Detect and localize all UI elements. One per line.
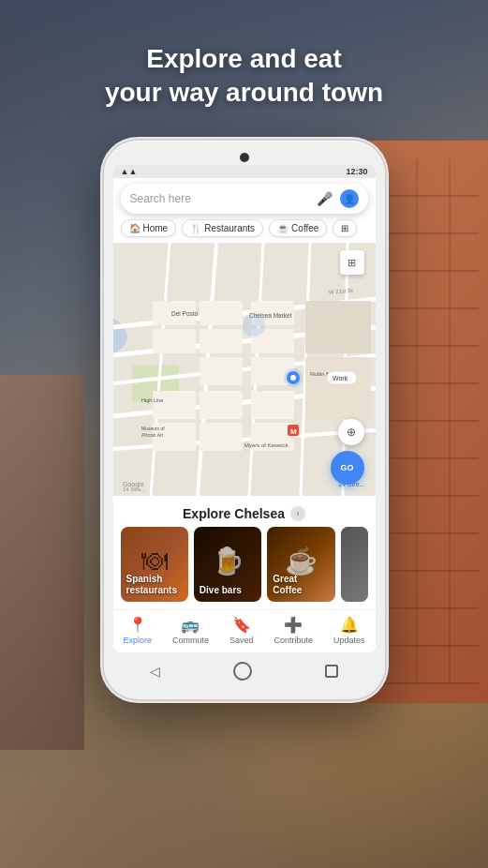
svg-point-40 — [243, 314, 265, 337]
status-time: 12:30 — [346, 167, 367, 176]
nav-commute[interactable]: 🚌 Commute — [172, 616, 209, 645]
headline-line2: your way around town — [105, 78, 383, 107]
svg-rect-27 — [251, 391, 294, 419]
nav-bar: 📍 Explore 🚌 Commute 🔖 Saved ➕ Contribute — [113, 609, 376, 652]
phone-top — [113, 154, 376, 165]
card-bars-label: Dive bars — [200, 585, 242, 596]
category-cards: Spanishrestaurants Dive bars GreatCoffee — [113, 527, 376, 609]
svg-rect-20 — [200, 329, 243, 353]
nav-explore[interactable]: 📍 Explore — [123, 616, 152, 645]
card-extra-bg — [341, 527, 368, 602]
phone-camera — [240, 153, 249, 162]
updates-icon: 🔔 — [340, 616, 359, 634]
explore-title: Explore Chelsea — [183, 506, 285, 521]
home-button[interactable] — [233, 662, 252, 681]
svg-rect-23 — [200, 357, 243, 385]
svg-text:Work: Work — [333, 375, 348, 382]
svg-rect-29 — [200, 423, 243, 451]
status-signal: ▲▲ — [121, 167, 138, 176]
nav-updates[interactable]: 🔔 Updates — [333, 616, 365, 645]
card-bars[interactable]: Dive bars — [194, 527, 261, 602]
phone-screen: ▲▲ 12:30 Search here 🎤 👤 🏠 Home 🍴 — [113, 165, 376, 652]
nav-saved[interactable]: 🔖 Saved — [229, 616, 254, 645]
svg-rect-25 — [153, 391, 196, 419]
svg-text:Google: Google — [123, 481, 144, 488]
card-spanish[interactable]: Spanishrestaurants — [121, 527, 188, 602]
svg-rect-32 — [305, 357, 371, 419]
bg-building-left — [0, 375, 84, 750]
nav-contribute[interactable]: ➕ Contribute — [274, 616, 313, 645]
svg-text:High Line: High Line — [141, 397, 163, 403]
chip-more[interactable]: ⊞ — [333, 219, 357, 237]
svg-text:Myers of Keswick: Myers of Keswick — [244, 442, 289, 448]
svg-rect-19 — [153, 329, 196, 353]
chip-coffee[interactable]: ☕ Coffee — [269, 219, 327, 237]
chip-restaurants[interactable]: 🍴 Restaurants — [182, 219, 263, 237]
location-button[interactable]: ⊕ — [338, 419, 364, 445]
account-icon[interactable]: 👤 — [340, 189, 359, 208]
explore-arrow[interactable]: › — [290, 506, 305, 521]
contribute-icon: ➕ — [284, 616, 303, 634]
svg-text:Del Posto: Del Posto — [171, 310, 199, 317]
saved-icon: 🔖 — [232, 616, 251, 634]
phone-wrapper: ▲▲ 12:30 Search here 🎤 👤 🏠 Home 🍴 — [104, 141, 385, 699]
phone-bottom: ◁ — [113, 652, 376, 686]
search-placeholder: Search here — [130, 192, 309, 205]
card-coffee-label: GreatCoffee — [273, 574, 302, 596]
explore-icon: 📍 — [128, 616, 147, 634]
headline: Explore and eat your way around town — [0, 42, 488, 111]
svg-text:African Art: African Art — [141, 432, 164, 438]
svg-rect-26 — [200, 391, 243, 419]
nav-commute-label: Commute — [172, 636, 209, 645]
headline-line1: Explore and eat — [146, 44, 342, 73]
nav-contribute-label: Contribute — [274, 636, 313, 645]
filter-chips: 🏠 Home 🍴 Restaurants ☕ Coffee ⊞ — [113, 219, 376, 243]
go-button[interactable]: GO — [331, 451, 364, 485]
map-area[interactable]: W 21st St W 20th St W 19th St W 18th St … — [113, 243, 376, 496]
nav-explore-label: Explore — [123, 636, 152, 645]
explore-header[interactable]: Explore Chelsea › — [113, 499, 376, 527]
bottom-panel: Explore Chelsea › Spanishrestaurants Div… — [113, 499, 376, 652]
commute-icon: 🚌 — [181, 616, 200, 634]
nav-saved-label: Saved — [229, 636, 254, 645]
status-bar: ▲▲ 12:30 — [113, 165, 376, 178]
card-spanish-label: Spanishrestaurants — [126, 574, 177, 596]
mic-icon[interactable]: 🎤 — [317, 191, 333, 206]
card-coffee[interactable]: GreatCoffee — [267, 527, 334, 602]
svg-text:Museum of: Museum of — [141, 426, 165, 431]
svg-rect-18 — [200, 301, 243, 325]
nav-updates-label: Updates — [333, 636, 365, 645]
svg-rect-31 — [305, 301, 371, 353]
search-bar[interactable]: Search here 🎤 👤 — [121, 184, 368, 214]
svg-text:M: M — [290, 427, 297, 436]
layers-button[interactable]: ⊞ — [340, 250, 364, 275]
back-button[interactable]: ◁ — [150, 664, 160, 679]
card-extra[interactable] — [341, 527, 368, 602]
phone-device: ▲▲ 12:30 Search here 🎤 👤 🏠 Home 🍴 — [104, 141, 385, 699]
svg-point-45 — [290, 375, 296, 381]
recents-button[interactable] — [325, 665, 338, 678]
chip-home[interactable]: 🏠 Home — [121, 219, 177, 237]
